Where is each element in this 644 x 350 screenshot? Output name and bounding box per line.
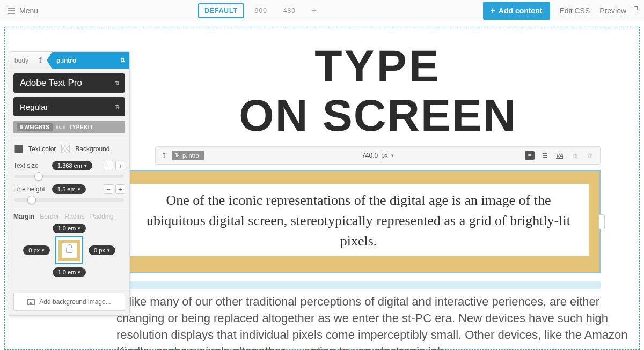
title-line-2: ON SCREEN: [116, 92, 639, 139]
chevron-down-icon: ▾: [391, 153, 394, 158]
plus-icon: +: [491, 6, 495, 16]
body-paragraph[interactable]: s, like many of our other traditional pe…: [116, 294, 633, 350]
select-arrows-icon: ⇅: [115, 103, 120, 110]
weights-from: from: [56, 124, 65, 130]
text-size-increment[interactable]: +: [115, 161, 125, 170]
chevron-down-icon: ▾: [84, 163, 87, 168]
font-style-value: Regular: [20, 102, 48, 111]
image-icon: [27, 299, 35, 305]
breakpoint-switcher: DEFAULT 900 480 +: [38, 3, 482, 18]
chevron-down-icon: ▾: [107, 248, 110, 253]
margin-editor: 1.0 em▾ 0 px▾ 0 px▾ 1.0 em▾: [9, 224, 129, 282]
menu-label: Menu: [19, 6, 38, 15]
weights-badge-row[interactable]: 9 WEIGHTS from TYPEKIT: [13, 121, 125, 133]
breakpoint-default[interactable]: DEFAULT: [198, 3, 244, 18]
weights-source: TYPEKIT: [69, 124, 93, 130]
add-background-label: Add background image...: [39, 298, 111, 306]
line-height-row: Line height 1.5 em▾ − +: [9, 181, 129, 197]
edit-css-link[interactable]: Edit CSS: [560, 6, 590, 15]
add-breakpoint-button[interactable]: +: [306, 3, 323, 18]
text-color-swatch[interactable]: [14, 145, 23, 153]
element-toolbar: ↥ p.intro 740.0 px ▾ ≡ ☰ VA ⧉ 🗑: [155, 146, 601, 165]
breakpoint-480[interactable]: 480: [278, 4, 301, 17]
line-height-increment[interactable]: +: [115, 184, 125, 194]
page-title[interactable]: TYPE ON SCREEN: [116, 42, 639, 139]
width-value: 740.0: [362, 152, 378, 159]
crumb-root[interactable]: body: [9, 57, 34, 64]
select-arrows-icon: ⇅: [115, 80, 120, 87]
text-size-decrement[interactable]: −: [104, 161, 113, 170]
duplicate-icon[interactable]: ⧉: [570, 151, 580, 160]
intro-text: One of the iconic representations of the…: [128, 184, 589, 256]
background-swatch[interactable]: [61, 145, 70, 153]
background-label: Background: [75, 145, 109, 153]
delete-icon[interactable]: 🗑: [585, 151, 595, 160]
external-link-icon: [631, 8, 636, 13]
element-selector-tag[interactable]: p.intro: [172, 151, 204, 160]
style-panel: body ↥ p.intro ⇅ Adobe Text Pro ⇅ Regula…: [9, 51, 130, 316]
chevron-down-icon: ▾: [78, 226, 80, 231]
add-content-button[interactable]: + Add content: [483, 2, 550, 20]
width-unit: px: [381, 152, 388, 159]
line-height-slider[interactable]: [14, 198, 124, 202]
slider-thumb[interactable]: [27, 196, 36, 204]
font-style-select[interactable]: Regular ⇅: [13, 97, 125, 116]
text-color-label: Text color: [28, 145, 56, 153]
box-preview: [55, 236, 83, 264]
element-width-readout[interactable]: 740.0 px ▾: [362, 152, 394, 159]
font-family-value: Adobe Text Pro: [20, 78, 82, 88]
divider: [9, 288, 129, 288]
align-left-icon[interactable]: ≡: [525, 151, 535, 160]
tab-border[interactable]: Border: [40, 213, 59, 220]
tab-margin[interactable]: Margin: [13, 213, 34, 220]
breakpoint-900[interactable]: 900: [250, 4, 273, 17]
margin-indicator: [116, 281, 601, 289]
font-family-select[interactable]: Adobe Text Pro ⇅: [13, 73, 125, 93]
title-line-1: TYPE: [116, 42, 639, 90]
margin-left[interactable]: 0 px▾: [23, 245, 50, 255]
lock-icon[interactable]: [66, 248, 72, 253]
topbar-actions: + Add content Edit CSS Preview: [483, 2, 637, 20]
chevron-down-icon: ▾: [78, 187, 80, 192]
tab-padding[interactable]: Padding: [90, 213, 114, 220]
add-content-label: Add content: [499, 6, 543, 15]
resize-handle[interactable]: [598, 214, 605, 229]
add-background-button[interactable]: Add background image...: [13, 293, 125, 311]
canvas: TYPE ON SCREEN ↥ p.intro 740.0 px ▾ ≡ ☰ …: [116, 42, 639, 349]
tab-radius[interactable]: Radius: [64, 213, 84, 220]
preview-link[interactable]: Preview: [599, 6, 636, 15]
line-height-value[interactable]: 1.5 em▾: [52, 184, 86, 194]
intro-paragraph-selected[interactable]: One of the iconic representations of the…: [116, 170, 601, 273]
selector-breadcrumb: body ↥ p.intro ⇅: [9, 52, 129, 69]
text-size-slider[interactable]: [14, 175, 124, 178]
weights-count: 9 WEIGHTS: [17, 123, 53, 131]
line-height-decrement[interactable]: −: [104, 184, 113, 194]
color-row: Text color Background: [9, 139, 129, 158]
line-height-label: Line height: [13, 185, 48, 193]
crumb-selected-label: p.intro: [56, 57, 76, 64]
hamburger-icon: [8, 8, 15, 14]
margin-top[interactable]: 1.0 em▾: [53, 224, 86, 233]
margin-right[interactable]: 0 px▾: [89, 245, 115, 255]
text-size-row: Text size 1.368 em▾ − +: [9, 158, 129, 174]
preview-label: Preview: [599, 6, 626, 15]
slider-thumb[interactable]: [34, 172, 43, 181]
letter-spacing-icon[interactable]: VA: [555, 151, 565, 160]
align-justify-icon[interactable]: ☰: [540, 151, 550, 160]
text-size-label: Text size: [13, 162, 48, 169]
chevron-down-icon: ▾: [42, 248, 45, 253]
chevron-down-icon: ▾: [78, 270, 80, 275]
margin-bottom[interactable]: 1.0 em▾: [53, 267, 86, 277]
menu-button[interactable]: Menu: [8, 6, 38, 15]
expand-icon: ⇅: [120, 57, 125, 64]
box-model-tabs: Margin Border Radius Padding: [9, 207, 129, 224]
crumb-selected[interactable]: p.intro ⇅: [47, 52, 129, 69]
text-size-value[interactable]: 1.368 em▾: [52, 161, 92, 170]
topbar: Menu DEFAULT 900 480 + + Add content Edi…: [0, 0, 644, 21]
crumb-up-icon[interactable]: ↥: [34, 55, 47, 65]
select-parent-icon[interactable]: ↥: [161, 151, 167, 160]
